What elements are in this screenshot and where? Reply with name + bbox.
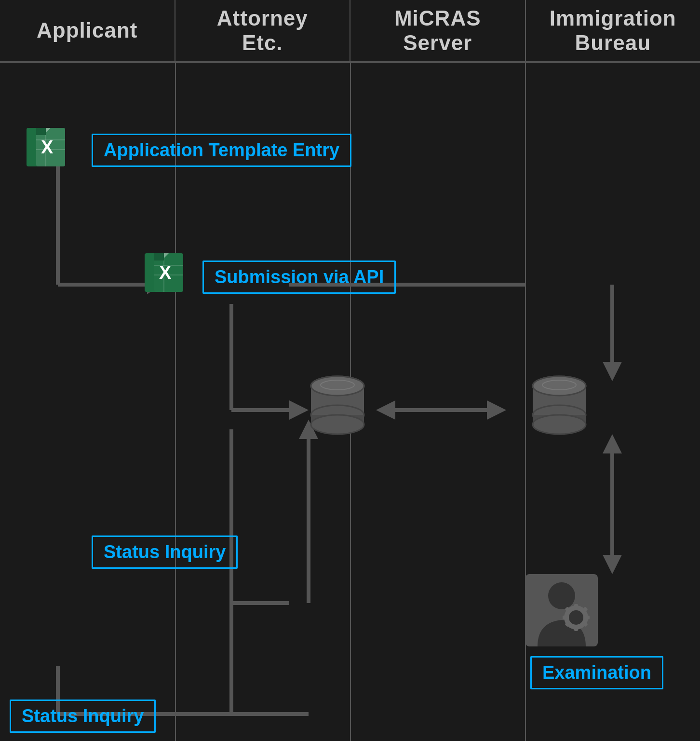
header-row: Applicant AttorneyEtc. MiCRASServer Immi… xyxy=(0,0,700,63)
examination-icon xyxy=(521,569,603,653)
svg-marker-30 xyxy=(36,128,46,135)
db-micras-icon xyxy=(299,371,376,451)
svg-rect-59 xyxy=(574,626,578,631)
submission-via-api-label: Submission via API xyxy=(202,261,396,294)
header-attorney-label: AttorneyEtc. xyxy=(217,6,308,55)
examination-label: Examination xyxy=(530,656,663,689)
header-micras-label: MiCRASServer xyxy=(394,6,481,55)
svg-marker-10 xyxy=(487,400,506,420)
db-immigration-icon xyxy=(521,371,598,451)
svg-rect-58 xyxy=(574,604,578,609)
svg-point-45 xyxy=(311,376,364,396)
svg-point-52 xyxy=(533,376,586,396)
header-applicant-label: Applicant xyxy=(37,18,137,43)
header-immigration-label: ImmigrationBureau xyxy=(550,6,676,55)
header-applicant: Applicant xyxy=(0,0,175,61)
header-attorney: AttorneyEtc. xyxy=(175,0,351,61)
diagram-area: X Application Template Entry X Submissio… xyxy=(0,63,700,741)
svg-point-55 xyxy=(548,582,575,609)
svg-rect-60 xyxy=(563,616,567,619)
excel-icon-1: X xyxy=(24,125,67,169)
header-immigration: ImmigrationBureau xyxy=(526,0,700,61)
svg-marker-14 xyxy=(603,555,622,574)
status-inquiry-bottom-label: Status Inquiry xyxy=(10,700,156,733)
svg-rect-61 xyxy=(585,616,590,619)
header-micras: MiCRASServer xyxy=(350,0,526,61)
svg-marker-13 xyxy=(603,434,622,453)
svg-point-44 xyxy=(311,415,364,434)
excel-icon-2: X xyxy=(142,251,186,294)
svg-marker-38 xyxy=(154,253,164,261)
status-inquiry-mid-label: Status Inquiry xyxy=(92,535,238,569)
svg-point-57 xyxy=(569,610,583,625)
svg-marker-5 xyxy=(603,362,622,381)
svg-point-51 xyxy=(533,415,586,434)
svg-marker-11 xyxy=(376,400,395,420)
application-template-entry-label: Application Template Entry xyxy=(92,134,351,167)
